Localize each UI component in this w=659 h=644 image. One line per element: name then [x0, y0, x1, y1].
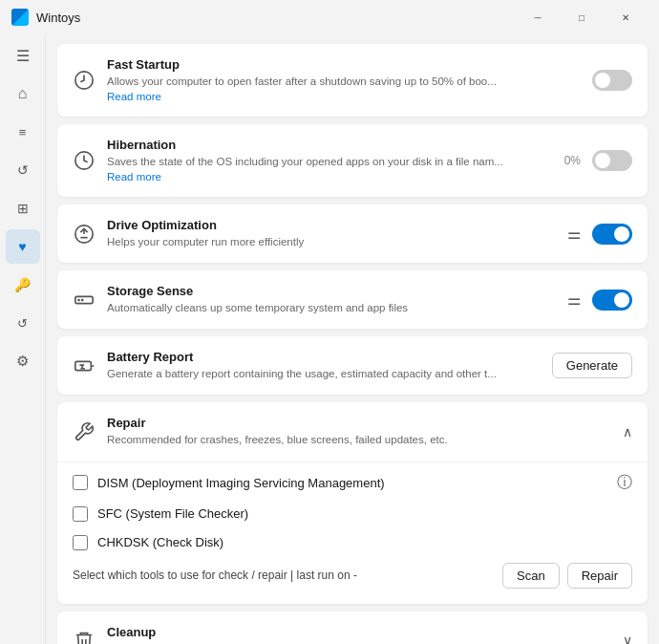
minimize-button[interactable]: ─ — [516, 2, 560, 32]
repair-body: DISM (Deployment Imaging Servicing Manag… — [57, 462, 648, 604]
battery-report-desc: Generate a battery report containing the… — [107, 366, 541, 381]
main-content: Fast Startup Allows your computer to ope… — [46, 34, 659, 644]
fast-startup-text: Fast Startup Allows your computer to ope… — [107, 57, 581, 103]
repair-footer-text: Select which tools to use for check / re… — [73, 569, 495, 582]
hibernation-read-more[interactable]: Read more — [107, 171, 161, 182]
hibernation-card: Hibernation Saves the state of the OS in… — [57, 124, 648, 197]
sidebar-item-list[interactable]: ≡ — [6, 115, 40, 149]
drive-optimization-text: Drive Optimization Helps your computer r… — [107, 218, 556, 249]
sidebar-item-tools[interactable]: 🔑 — [6, 268, 40, 302]
repair-card: Repair Recommended for crashes, freezes,… — [57, 402, 648, 603]
hibernation-toggle[interactable] — [592, 150, 632, 171]
fast-startup-action — [592, 70, 632, 91]
storage-sense-action: ⚌ — [567, 290, 632, 311]
sliders-icon[interactable]: ⚌ — [567, 225, 581, 243]
drive-optimization-row: Drive Optimization Helps your computer r… — [73, 218, 632, 249]
repair-title: Repair — [107, 416, 611, 430]
sidebar-item-menu[interactable]: ☰ — [6, 38, 40, 73]
sidebar: ☰ ⌂ ≡ ↺ ⊞ ♥ 🔑 ↺ ⚙ — [0, 34, 46, 644]
fast-startup-thumb — [595, 73, 610, 88]
storage-sense-track — [592, 290, 632, 311]
fast-startup-track — [592, 70, 632, 91]
battery-report-row: Battery Report Generate a battery report… — [73, 350, 632, 381]
cleanup-title: Cleanup — [107, 625, 611, 639]
sidebar-item-apps[interactable]: ⊞ — [6, 191, 40, 225]
cleanup-header[interactable]: Cleanup Free up disk space, clear your t… — [57, 612, 648, 644]
sfc-checkbox[interactable] — [73, 506, 88, 522]
storage-sense-card: Storage Sense Automatically cleans up so… — [57, 270, 648, 329]
dism-info-icon[interactable]: ⓘ — [617, 473, 632, 493]
dism-row: DISM (Deployment Imaging Servicing Manag… — [73, 466, 632, 500]
fast-startup-read-more[interactable]: Read more — [107, 91, 161, 102]
battery-report-title: Battery Report — [107, 350, 541, 364]
battery-report-text: Battery Report Generate a battery report… — [107, 350, 541, 381]
repair-text: Repair Recommended for crashes, freezes,… — [107, 416, 611, 447]
hibernation-desc: Saves the state of the OS including your… — [107, 154, 553, 169]
fast-startup-row: Fast Startup Allows your computer to ope… — [73, 57, 632, 103]
storage-sliders-icon[interactable]: ⚌ — [567, 290, 581, 309]
generate-button[interactable]: Generate — [552, 353, 632, 378]
drive-optimization-title: Drive Optimization — [107, 218, 556, 232]
chkdsk-checkbox[interactable] — [73, 535, 88, 550]
repair-desc: Recommended for crashes, freezes, blue s… — [107, 432, 611, 447]
repair-chevron: ∧ — [623, 424, 632, 440]
battery-report-action: Generate — [552, 353, 632, 378]
app-title: Wintoys — [36, 11, 516, 25]
dism-label: DISM (Deployment Imaging Servicing Manag… — [97, 476, 385, 490]
storage-sense-desc: Automatically cleans up some temporary s… — [107, 300, 556, 315]
fast-startup-toggle[interactable] — [592, 70, 632, 91]
fast-startup-desc: Allows your computer to open faster afte… — [107, 74, 581, 89]
cleanup-icon — [73, 629, 96, 644]
sfc-row: SFC (System File Checker) — [73, 500, 632, 528]
hibernation-row: Hibernation Saves the state of the OS in… — [73, 138, 632, 183]
hibernation-action: 0% — [564, 150, 632, 171]
window-controls: ─ □ ✕ — [516, 2, 648, 32]
app-icon — [11, 9, 29, 26]
storage-sense-title: Storage Sense — [107, 284, 556, 298]
scan-button[interactable]: Scan — [502, 563, 560, 589]
storage-sense-text: Storage Sense Automatically cleans up so… — [107, 284, 556, 315]
hibernation-thumb — [595, 153, 610, 168]
sidebar-item-settings[interactable]: ⚙ — [6, 344, 40, 378]
storage-sense-icon — [73, 289, 96, 311]
cleanup-desc: Free up disk space, clear your taskbar, … — [107, 641, 611, 644]
storage-sense-toggle[interactable] — [592, 290, 632, 311]
maximize-button[interactable]: □ — [560, 2, 604, 32]
close-button[interactable]: ✕ — [604, 2, 648, 32]
chkdsk-row: CHKDSK (Check Disk) — [73, 528, 632, 557]
hibernation-text: Hibernation Saves the state of the OS in… — [107, 138, 553, 183]
sidebar-item-refresh[interactable]: ↺ — [6, 153, 40, 187]
cleanup-text: Cleanup Free up disk space, clear your t… — [107, 625, 611, 644]
repair-footer: Select which tools to use for check / re… — [73, 563, 632, 589]
battery-report-card: Battery Report Generate a battery report… — [57, 336, 648, 395]
drive-optimization-card: Drive Optimization Helps your computer r… — [57, 204, 648, 263]
repair-button[interactable]: Repair — [567, 563, 632, 589]
hibernation-title: Hibernation — [107, 138, 553, 152]
battery-report-icon — [73, 354, 96, 377]
drive-optimization-thumb — [614, 226, 629, 242]
drive-optimization-desc: Helps your computer run more efficiently — [107, 234, 556, 249]
dism-checkbox[interactable] — [73, 475, 88, 490]
hibernation-percent: 0% — [564, 154, 581, 167]
drive-optimization-icon — [73, 223, 96, 246]
storage-sense-row: Storage Sense Automatically cleans up so… — [73, 284, 632, 315]
cleanup-chevron: ∨ — [623, 633, 632, 644]
chkdsk-label: CHKDSK (Check Disk) — [97, 535, 223, 549]
sidebar-item-home[interactable]: ⌂ — [6, 76, 40, 111]
drive-optimization-track — [592, 224, 632, 245]
app-layout: ☰ ⌂ ≡ ↺ ⊞ ♥ 🔑 ↺ ⚙ Fast Startup Allows yo… — [0, 34, 659, 644]
drive-optimization-action: ⚌ — [567, 224, 632, 245]
fast-startup-title: Fast Startup — [107, 57, 581, 72]
hibernation-track — [592, 150, 632, 171]
storage-sense-thumb — [614, 292, 629, 308]
sidebar-item-reset[interactable]: ↺ — [6, 306, 40, 340]
titlebar: Wintoys ─ □ ✕ — [0, 0, 659, 34]
drive-optimization-toggle[interactable] — [592, 224, 632, 245]
repair-header[interactable]: Repair Recommended for crashes, freezes,… — [57, 402, 648, 461]
cleanup-card: Cleanup Free up disk space, clear your t… — [57, 612, 648, 644]
hibernation-icon — [73, 149, 96, 172]
repair-icon — [73, 420, 96, 443]
fast-startup-icon — [73, 69, 96, 92]
fast-startup-card: Fast Startup Allows your computer to ope… — [57, 44, 648, 117]
sidebar-item-health[interactable]: ♥ — [6, 229, 40, 264]
